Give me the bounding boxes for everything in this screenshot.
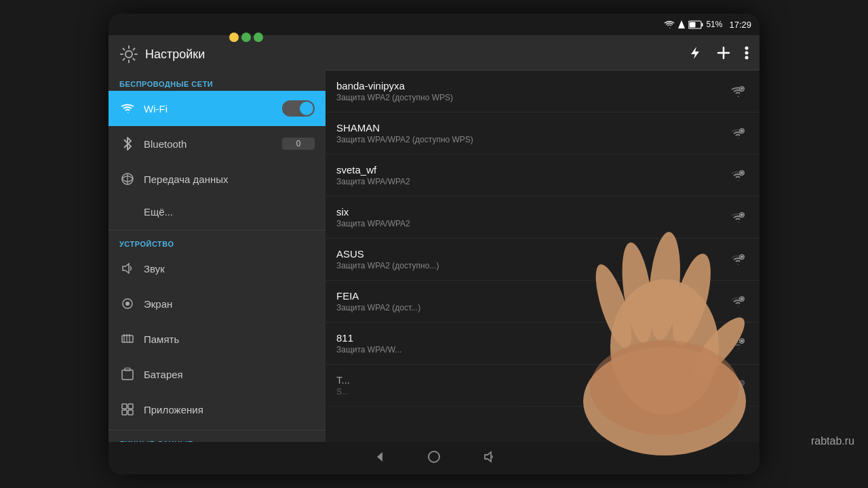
memory-icon: [119, 331, 136, 347]
add-action-icon[interactable]: [716, 45, 731, 60]
wifi-network-name: T...: [336, 374, 727, 386]
wifi-network-item[interactable]: FEIA Защита WPA2 (дост...): [326, 281, 760, 323]
wifi-network-name: six: [336, 206, 727, 218]
battery-icon: [119, 366, 136, 382]
wifi-network-info: sveta_wf Защита WPA/WPA2: [336, 164, 727, 186]
battery-percent: 51%: [706, 20, 722, 29]
taskbar-dot-2: [241, 33, 251, 42]
sound-label: Звук: [144, 263, 315, 274]
display-label: Экран: [144, 298, 315, 310]
data-label: Передача данных: [144, 174, 315, 185]
wifi-action-bar: [326, 35, 760, 70]
svg-point-29: [745, 46, 749, 49]
sidebar-item-bluetooth[interactable]: Bluetooth 0: [108, 126, 326, 161]
status-bar: 51% 17:29: [108, 14, 760, 35]
wifi-network-security: Защита WPA/WPA2: [336, 177, 727, 186]
apps-label: Приложения: [144, 404, 315, 415]
sound-icon: [119, 260, 136, 277]
sidebar-item-memory[interactable]: Память: [108, 321, 326, 357]
flash-action-icon[interactable]: [688, 45, 703, 60]
wifi-toggle[interactable]: [282, 100, 315, 117]
bluetooth-label: Bluetooth: [144, 138, 274, 150]
back-nav-icon[interactable]: [373, 450, 387, 467]
wifi-network-info: SHAMAN Защита WPA/WPA2 (доступно WPS): [336, 122, 727, 144]
svg-point-9: [125, 302, 130, 306]
sidebar-item-display[interactable]: Экран: [108, 286, 326, 321]
svg-rect-20: [128, 404, 133, 409]
svg-rect-3: [690, 22, 696, 27]
svg-rect-22: [128, 410, 133, 415]
wifi-network-item[interactable]: SHAMAN Защита WPA/WPA2 (доступно WPS): [326, 113, 760, 155]
wifi-network-name: banda-vinipyxa: [336, 80, 727, 92]
home-nav-icon[interactable]: [427, 450, 441, 467]
wifi-network-security: Защита WPA/WPA2 (доступно WPS): [336, 135, 727, 144]
wifi-network-name: sveta_wf: [336, 164, 727, 176]
wifi-network-item[interactable]: sveta_wf Защита WPA/WPA2: [326, 155, 760, 197]
section-device-label: УСТРОЙСТВО: [108, 233, 326, 251]
sidebar-item-battery[interactable]: Батарея: [108, 357, 326, 392]
wifi-signal-icon: [727, 291, 749, 312]
watermark: rabtab.ru: [811, 435, 854, 447]
wifi-signal-icon: [727, 165, 749, 186]
wifi-network-security: Защита WPA/W...: [336, 345, 727, 354]
divider-2: [108, 430, 326, 430]
sidebar-item-data[interactable]: Передача данных: [108, 161, 326, 197]
svg-point-31: [745, 56, 749, 59]
sidebar-title: Настройки: [145, 47, 205, 62]
signal-status-icon: [677, 20, 686, 29]
wifi-network-item[interactable]: ASUS Защита WPA2 (доступно...): [326, 239, 760, 281]
svg-point-51: [740, 380, 745, 385]
status-icons: 51% 17:29: [664, 20, 751, 30]
taskbar-dot-3: [254, 33, 263, 42]
wifi-signal-icon: [727, 207, 749, 228]
more-action-icon[interactable]: [745, 45, 749, 60]
wifi-network-item[interactable]: T... S...: [326, 365, 760, 407]
wifi-signal-weak-icon: [727, 333, 749, 354]
svg-marker-26: [691, 47, 699, 59]
svg-rect-2: [702, 23, 703, 26]
more-label: Ещё...: [144, 206, 315, 218]
bluetooth-toggle[interactable]: 0: [282, 138, 315, 150]
volume-nav-icon[interactable]: [481, 450, 495, 467]
wifi-network-info: banda-vinipyxa Защита WPA2 (доступно WPS…: [336, 80, 727, 102]
sidebar-item-wifi[interactable]: Wi-Fi: [108, 91, 326, 126]
battery-status-icon: [688, 20, 703, 29]
sidebar-item-more[interactable]: Ещё...: [108, 197, 326, 227]
sidebar-item-apps[interactable]: Приложения: [108, 392, 326, 427]
bluetooth-toggle-value: 0: [296, 139, 301, 148]
wifi-network-name: ASUS: [336, 248, 727, 260]
section-wireless-label: БЕСПРОВОДНЫЕ СЕТИ: [108, 73, 326, 91]
wifi-network-info: 811 Защита WPA/W...: [336, 332, 727, 354]
wifi-network-info: six Защита WPA/WPA2: [336, 206, 727, 228]
wifi-signal-medium-icon: [727, 123, 749, 144]
svg-point-4: [125, 51, 132, 58]
svg-point-30: [745, 51, 749, 54]
wifi-network-item[interactable]: banda-vinipyxa Защита WPA2 (доступно WPS…: [326, 70, 760, 113]
wifi-network-item[interactable]: 811 Защита WPA/W...: [326, 323, 760, 365]
svg-rect-10: [122, 336, 133, 342]
wifi-network-name: 811: [336, 332, 727, 344]
wifi-network-name: FEIA: [336, 290, 727, 302]
wifi-status-icon: [664, 20, 675, 29]
svg-marker-52: [377, 452, 382, 462]
wifi-toggle-thumb: [300, 102, 313, 115]
wifi-label: Wi-Fi: [144, 103, 274, 115]
navigation-bar: [108, 442, 760, 474]
memory-label: Память: [144, 333, 315, 345]
divider-1: [108, 230, 326, 230]
main-content: Настройки БЕСПРОВОДНЫЕ СЕТИ Wi-Fi: [108, 35, 760, 442]
tablet-frame: 51% 17:29 Настройки БЕСПРОВОДНЫЕ СЕТИ: [108, 14, 760, 474]
bluetooth-icon: [119, 136, 136, 152]
wifi-network-security: Защита WPA2 (дост...): [336, 303, 727, 312]
svg-rect-18: [125, 368, 130, 371]
wifi-network-item[interactable]: six Защита WPA/WPA2: [326, 197, 760, 239]
taskbar-icons: [229, 33, 263, 42]
wifi-signal-icon: [727, 375, 749, 396]
svg-marker-54: [485, 452, 491, 462]
section-personal-label: ЛИЧНЫЕ ДАННЫЕ: [108, 433, 326, 442]
wifi-network-list: banda-vinipyxa Защита WPA2 (доступно WPS…: [326, 70, 760, 407]
sidebar-item-sound[interactable]: Звук: [108, 251, 326, 286]
wifi-network-info: T... S...: [336, 374, 727, 396]
svg-point-53: [429, 451, 439, 462]
svg-rect-19: [122, 404, 127, 409]
